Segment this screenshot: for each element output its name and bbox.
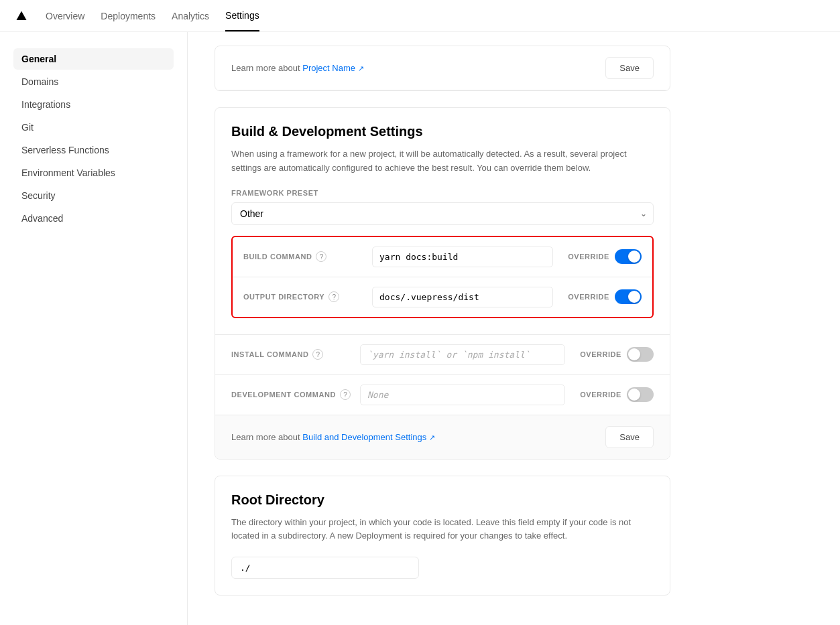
- project-name-save-button[interactable]: Save: [605, 57, 654, 79]
- build-command-toggle[interactable]: [615, 249, 642, 264]
- build-dev-card-body: Build & Development Settings When using …: [215, 108, 670, 334]
- project-name-link[interactable]: Project Name ↗: [302, 63, 363, 73]
- framework-preset-select-wrapper: Other ⌄: [231, 202, 654, 225]
- sidebar-item-advanced[interactable]: Advanced: [13, 208, 174, 229]
- build-command-help-icon[interactable]: ?: [316, 251, 326, 262]
- output-dir-row: OUTPUT DIRECTORY ? OVERRIDE: [233, 277, 652, 317]
- root-directory-input[interactable]: [231, 557, 419, 579]
- install-command-help-icon[interactable]: ?: [312, 349, 323, 360]
- install-command-row: INSTALL COMMAND ? OVERRIDE: [215, 334, 670, 374]
- install-command-override-group: OVERRIDE: [573, 347, 654, 362]
- build-section-desc: When using a framework for a new project…: [231, 147, 654, 176]
- install-command-label-group: INSTALL COMMAND ?: [231, 349, 352, 360]
- output-dir-help-icon[interactable]: ?: [328, 291, 339, 302]
- framework-preset-select[interactable]: Other: [231, 202, 654, 225]
- build-command-label-group: BUILD COMMAND ?: [243, 251, 364, 262]
- output-dir-input[interactable]: [372, 287, 553, 307]
- output-dir-label-group: OUTPUT DIRECTORY ?: [243, 291, 364, 302]
- build-command-label: BUILD COMMAND: [243, 253, 312, 261]
- build-learn-link[interactable]: Build and Development Settings ↗: [302, 432, 435, 442]
- install-command-toggle[interactable]: [627, 347, 654, 362]
- nav-item-overview[interactable]: Overview: [46, 1, 84, 31]
- nav-items: Overview Deployments Analytics Settings: [46, 1, 259, 31]
- main-content: Learn more about Project Name ↗ Save Bui…: [188, 32, 697, 625]
- install-command-override-label: OVERRIDE: [580, 350, 621, 358]
- layout: General Domains Integrations Git Serverl…: [0, 32, 840, 625]
- dev-command-input[interactable]: [360, 385, 565, 405]
- sidebar-item-domains[interactable]: Domains: [13, 71, 174, 92]
- dev-command-label: DEVELOPMENT COMMAND: [231, 391, 336, 399]
- sidebar-item-integrations[interactable]: Integrations: [13, 94, 174, 115]
- root-section-title: Root Directory: [231, 492, 654, 508]
- output-dir-override-label: OVERRIDE: [568, 293, 609, 301]
- install-command-input[interactable]: [360, 344, 565, 365]
- logo[interactable]: [13, 8, 29, 24]
- nav-item-analytics[interactable]: Analytics: [172, 1, 209, 31]
- output-dir-toggle[interactable]: [615, 289, 642, 304]
- project-name-footer: Learn more about Project Name ↗ Save: [215, 46, 670, 90]
- dev-command-label-group: DEVELOPMENT COMMAND ?: [231, 389, 352, 400]
- output-dir-override-group: OVERRIDE: [561, 289, 642, 304]
- top-nav: Overview Deployments Analytics Settings: [0, 0, 840, 32]
- build-command-override-group: OVERRIDE: [561, 249, 642, 264]
- sidebar-item-security[interactable]: Security: [13, 185, 174, 206]
- sidebar-item-git[interactable]: Git: [13, 117, 174, 138]
- external-link-icon-2: ↗: [429, 433, 435, 441]
- sidebar-item-serverless[interactable]: Serverless Functions: [13, 139, 174, 161]
- root-card-body: Root Directory The directory within your…: [215, 476, 670, 596]
- dev-command-override-label: OVERRIDE: [580, 391, 621, 399]
- output-dir-label: OUTPUT DIRECTORY: [243, 293, 324, 301]
- install-command-label: INSTALL COMMAND: [231, 350, 308, 358]
- framework-preset-label: FRAMEWORK PRESET: [231, 189, 654, 197]
- dev-command-help-icon[interactable]: ?: [340, 389, 351, 400]
- svg-marker-0: [17, 11, 27, 20]
- nav-item-deployments[interactable]: Deployments: [101, 1, 156, 31]
- sidebar-item-env[interactable]: Environment Variables: [13, 162, 174, 184]
- build-section-title: Build & Development Settings: [231, 124, 654, 139]
- framework-preset-field: FRAMEWORK PRESET Other ⌄: [231, 189, 654, 225]
- external-link-icon: ↗: [358, 64, 364, 72]
- root-section-desc: The directory within your project, in wh…: [231, 516, 654, 544]
- dev-command-override-group: OVERRIDE: [573, 387, 654, 402]
- build-learn-more: Learn more about Build and Development S…: [231, 432, 435, 442]
- dev-command-toggle[interactable]: [627, 387, 654, 402]
- project-name-learn: Learn more about Project Name ↗: [231, 63, 364, 73]
- nav-item-settings[interactable]: Settings: [225, 1, 259, 31]
- build-command-input[interactable]: [372, 247, 553, 267]
- root-directory-card: Root Directory The directory within your…: [215, 476, 670, 596]
- highlighted-command-rows: BUILD COMMAND ? OVERRIDE OUTPUT DIRECTOR…: [231, 236, 654, 318]
- dev-command-row: DEVELOPMENT COMMAND ? OVERRIDE: [215, 374, 670, 415]
- build-command-override-label: OVERRIDE: [568, 253, 609, 261]
- build-dev-settings-card: Build & Development Settings When using …: [215, 107, 670, 460]
- sidebar: General Domains Integrations Git Serverl…: [0, 32, 188, 625]
- build-command-row: BUILD COMMAND ? OVERRIDE: [233, 237, 652, 277]
- build-card-footer: Learn more about Build and Development S…: [215, 415, 670, 459]
- build-save-button[interactable]: Save: [605, 426, 654, 448]
- project-name-card: Learn more about Project Name ↗ Save: [215, 46, 670, 91]
- sidebar-item-general[interactable]: General: [13, 48, 174, 70]
